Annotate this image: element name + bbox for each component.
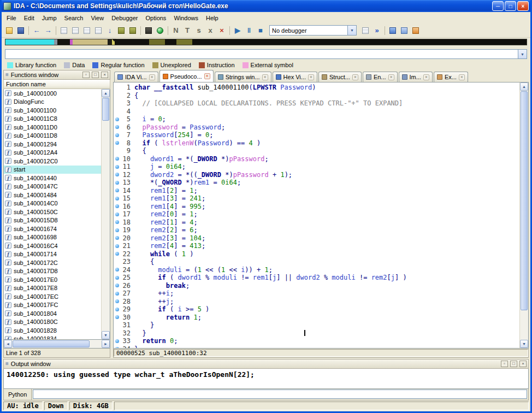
tab-struct[interactable]: Struct...×: [318, 72, 362, 82]
code-line[interactable]: 15 rem1[3] = 241;: [114, 194, 519, 203]
delete-icon[interactable]: ×: [216, 25, 227, 36]
panel-float-icon[interactable]: ▫: [501, 361, 508, 367]
debugger-combo-dropdown-icon[interactable]: ▼: [347, 26, 356, 35]
menu-item-file[interactable]: File: [3, 13, 20, 23]
tab-im[interactable]: Im...×: [399, 72, 433, 82]
tab-close-icon[interactable]: ×: [308, 74, 314, 80]
function-list-item[interactable]: fsub_1400014C0: [4, 199, 101, 208]
function-list-item[interactable]: fsub_140001294: [4, 140, 101, 149]
make-string-icon[interactable]: s: [193, 25, 204, 36]
code-line[interactable]: 23 {: [114, 258, 519, 266]
code-line[interactable]: 11 j = 0i64;: [114, 163, 519, 171]
tab-close-icon[interactable]: ×: [352, 74, 358, 80]
code-line[interactable]: 7 Password[254] = 0;: [114, 131, 519, 139]
scroll-thumb[interactable]: [521, 91, 528, 310]
functions-window-caption[interactable]: ≡ Functions window ▫ □ ×: [3, 70, 110, 80]
menu-item-view[interactable]: View: [87, 13, 108, 23]
data-doc-icon-2[interactable]: [70, 25, 81, 36]
function-list-item[interactable]: fDialogFunc: [4, 98, 101, 107]
data-doc-icon-1[interactable]: [58, 25, 69, 36]
code-line[interactable]: 5 i = 0;: [114, 115, 519, 123]
script-file-icon-2[interactable]: [399, 25, 410, 36]
output-message[interactable]: 140012250: using guessed type wchar_t aT…: [3, 369, 529, 389]
scroll-thumb[interactable]: [13, 340, 90, 347]
function-list-item[interactable]: fstart: [4, 166, 101, 174]
save-file-icon[interactable]: [15, 25, 26, 36]
menu-item-windows[interactable]: Windows: [170, 13, 202, 23]
code-line[interactable]: 14 rem1[2] = 1;: [114, 187, 519, 195]
pseudocode-view[interactable]: 1char __fastcall sub_140001100(LPWSTR Pa…: [114, 82, 519, 348]
functions-vertical-scrollbar[interactable]: ▲ ▼: [101, 89, 110, 339]
function-list-item[interactable]: fsub_1400017FC: [4, 301, 101, 310]
code-line[interactable]: 32 }: [114, 329, 519, 338]
tab-pseudoco[interactable]: Pseudoco...×: [159, 70, 214, 82]
function-name-column-header[interactable]: Function name: [3, 80, 110, 89]
code-line[interactable]: 17 rem2[0] = 1;: [114, 210, 519, 219]
menu-item-search[interactable]: Search: [61, 13, 87, 23]
function-list-item[interactable]: fsub_1400015D8: [4, 216, 101, 225]
output-window-caption[interactable]: ≡ Output window ▫ □ ×: [3, 359, 529, 369]
tab-close-icon[interactable]: ×: [262, 74, 268, 80]
tab-close-icon[interactable]: ×: [388, 74, 394, 80]
title-bar[interactable]: IDA - C:\Documents and Settings\kulich\Р…: [2, 0, 530, 12]
scroll-track[interactable]: [102, 97, 110, 331]
scroll-thumb[interactable]: [102, 98, 109, 121]
code-line[interactable]: 30 return 1;: [114, 314, 519, 322]
function-list-item[interactable]: fsub_14000150C: [4, 208, 101, 216]
scroll-right-icon[interactable]: ►: [102, 340, 110, 348]
code-line[interactable]: 3 // [COLLAPSED LOCAL DECLARATIONS. PRES…: [114, 99, 519, 108]
function-list-item[interactable]: fsub_14000172C: [4, 258, 101, 267]
struct-block-icon-2[interactable]: [127, 25, 138, 36]
struct-block-icon-1[interactable]: [116, 25, 127, 36]
script-file-icon-3[interactable]: [410, 25, 421, 36]
code-line[interactable]: 6 pPassword = Password;: [114, 123, 519, 132]
code-line[interactable]: 10 dword1 = *(_DWORD *)pPassword;: [114, 155, 519, 163]
code-vertical-scrollbar[interactable]: ▲ ▼: [519, 82, 528, 348]
function-list-item[interactable]: fsub_1400017E0: [4, 275, 101, 284]
code-line[interactable]: 20 rem2[3] = 104;: [114, 234, 519, 243]
debugger-attach-icon[interactable]: [360, 25, 371, 36]
function-list-item[interactable]: fsub_1400017E8: [4, 284, 101, 293]
code-line[interactable]: 22 while ( 1 ): [114, 250, 519, 258]
panel-maximize-icon[interactable]: □: [510, 361, 517, 367]
debugger-pause-icon[interactable]: ‖: [244, 25, 255, 36]
minimize-button-icon[interactable]: ─: [492, 1, 504, 11]
function-list-item[interactable]: fsub_1400011C8: [4, 115, 101, 123]
navigation-band[interactable]: [5, 39, 527, 45]
scroll-down-icon[interactable]: ▼: [102, 331, 110, 339]
cross-ref-icon[interactable]: x: [205, 25, 216, 36]
nav-position-marker-icon[interactable]: [112, 39, 116, 42]
script-file-icon-1[interactable]: [387, 25, 398, 36]
function-list-item[interactable]: fsub_140001828: [4, 326, 101, 335]
function-list-item[interactable]: fsub_140001714: [4, 250, 101, 259]
code-line[interactable]: 29 if ( i >= 5 ): [114, 305, 519, 314]
function-list-item[interactable]: fsub_14000180C: [4, 318, 101, 327]
function-list-item[interactable]: fsub_1400017D8: [4, 267, 101, 276]
function-list-item[interactable]: fsub_140001000: [4, 89, 101, 98]
code-line[interactable]: 13 *(_QWORD *)rem1 = 0i64;: [114, 179, 519, 187]
code-line[interactable]: 24 moduli = (1 << (1 << i)) + 1;: [114, 266, 519, 274]
python-interpreter-button[interactable]: Python: [4, 389, 32, 400]
function-list-item[interactable]: fsub_1400012C0: [4, 157, 101, 166]
code-line[interactable]: 28 ++j;: [114, 298, 519, 306]
function-list-item[interactable]: fsub_1400017EC: [4, 292, 101, 301]
function-list-item[interactable]: fsub_1400012A4: [4, 149, 101, 157]
function-list-item[interactable]: fsub_140001100: [4, 106, 101, 115]
function-list-item[interactable]: fsub_14000147C: [4, 182, 101, 191]
tab-idavi[interactable]: IDA Vi...×: [114, 72, 158, 82]
jump-combo-dropdown-icon[interactable]: ▼: [518, 50, 527, 58]
menu-item-help[interactable]: Help: [202, 13, 222, 23]
panel-maximize-icon[interactable]: □: [92, 72, 99, 78]
close-button-icon[interactable]: ×: [517, 1, 529, 11]
scroll-down-icon[interactable]: ▼: [520, 340, 528, 348]
function-list-item[interactable]: fsub_140001698: [4, 233, 101, 242]
tab-en[interactable]: En...×: [363, 72, 398, 82]
code-line[interactable]: 18 rem2[1] = 4;: [114, 219, 519, 227]
code-line[interactable]: 27 ++i;: [114, 290, 519, 298]
function-list-item[interactable]: fsub_140001440: [4, 174, 101, 182]
code-line[interactable]: 12 dword2 = *((_DWORD *)pPassword + 1);: [114, 171, 519, 179]
function-list-item[interactable]: fsub_1400016C4: [4, 241, 101, 250]
tab-close-icon[interactable]: ×: [459, 74, 465, 80]
code-line[interactable]: 8 if ( lstrlenW(Password) == 4 ): [114, 139, 519, 148]
menu-item-options[interactable]: Options: [141, 13, 170, 23]
